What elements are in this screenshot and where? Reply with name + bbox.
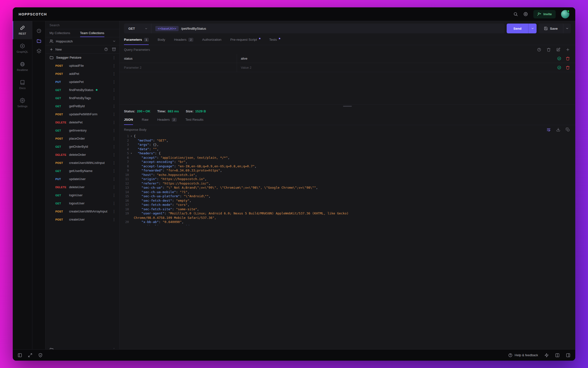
collections-search-input[interactable] [49, 23, 116, 27]
param-key-input[interactable]: status [120, 57, 237, 60]
param-delete-trash-icon[interactable] [566, 56, 570, 61]
request-menu-icon[interactable]: ⋮ [112, 193, 116, 197]
method-select[interactable]: GET [124, 24, 151, 33]
request-menu-icon[interactable]: ⋮ [112, 161, 116, 165]
response-body-editor[interactable]: 1▾{2 "method": "GET",3 "args": {},4 "dat… [120, 134, 575, 225]
request-item[interactable]: GETloginUser⋮ [46, 191, 119, 199]
request-menu-icon[interactable]: ⋮ [112, 96, 116, 100]
request-item[interactable]: GETfindPetsByStatus⋮ [46, 86, 119, 94]
help-circle-icon[interactable] [104, 47, 108, 51]
tab-prerequest-script[interactable]: Pre-request Script [230, 35, 260, 45]
save-button[interactable]: Save [539, 24, 571, 33]
request-menu-icon[interactable]: ⋮ [112, 72, 116, 76]
panel-left-toggle-icon[interactable] [18, 353, 22, 357]
request-item[interactable]: POSTplaceOrder⋮ [46, 134, 119, 143]
request-item[interactable]: DELETEdeleteUser⋮ [46, 183, 119, 191]
request-item[interactable]: GETfindPetsByTags⋮ [46, 94, 119, 102]
request-item[interactable]: POSTcreateUsersWithListInput⋮ [46, 159, 119, 167]
request-item[interactable]: GETgetOrderById⋮ [46, 143, 119, 151]
sidebar-item-settings[interactable]: Settings [13, 94, 32, 112]
save-options-chevron[interactable] [563, 24, 571, 33]
fold-arrow-icon[interactable]: ▾ [129, 151, 134, 156]
request-item[interactable]: DELETEdeletePet⋮ [46, 118, 119, 126]
param-delete-trash-icon[interactable] [566, 66, 570, 70]
fold-arrow-icon[interactable]: ▾ [129, 134, 134, 138]
download-icon[interactable] [556, 128, 560, 132]
request-menu-icon[interactable]: ⋮ [112, 137, 116, 140]
request-item[interactable]: PUTupdateUser⋮ [46, 175, 119, 183]
help-feedback-button[interactable]: Help & feedback [508, 353, 538, 357]
request-item[interactable]: GETlogoutUser⋮ [46, 199, 119, 207]
tab-tests[interactable]: Tests [269, 35, 281, 45]
tab-my-collections[interactable]: My Collections [49, 29, 70, 37]
sidebar-item-realtime[interactable]: Realtime [13, 57, 32, 76]
sidebar-item-rest[interactable]: REST [13, 21, 32, 39]
tab-test-results[interactable]: Test Results [185, 115, 204, 125]
help-circle-icon[interactable] [537, 48, 541, 52]
delete-all-trash-icon[interactable] [547, 48, 551, 52]
request-menu-icon[interactable]: ⋮ [112, 104, 116, 108]
request-menu-icon[interactable]: ⋮ [112, 120, 116, 124]
add-parameter-icon[interactable] [566, 48, 570, 52]
clipped-collection-folder[interactable]: ⋮ [46, 345, 119, 349]
param-key-input[interactable]: Parameter 2 [120, 66, 237, 69]
request-menu-icon[interactable]: ⋮ [112, 210, 116, 213]
collection-menu-icon[interactable]: ⋮ [112, 56, 116, 59]
request-menu-icon[interactable]: ⋮ [112, 185, 116, 189]
tab-json[interactable]: JSON [124, 115, 133, 125]
panel-right-toggle-icon[interactable] [566, 353, 570, 357]
tab-response-headers[interactable]: Headers 2 [157, 115, 177, 125]
request-item[interactable]: POSTuploadFile⋮ [46, 62, 119, 70]
search-icon[interactable] [513, 12, 518, 16]
request-menu-icon[interactable]: ⋮ [112, 177, 116, 181]
shortcuts-expand-icon[interactable] [28, 353, 32, 357]
request-menu-icon[interactable]: ⋮ [112, 201, 116, 205]
collection-menu-icon[interactable]: ⋮ [112, 348, 116, 349]
new-collection-label[interactable]: New [55, 48, 62, 51]
tab-body[interactable]: Body [158, 35, 165, 45]
param-value-input[interactable]: alive [237, 54, 550, 63]
invite-button[interactable]: Invite [533, 10, 556, 18]
bulk-edit-icon[interactable] [556, 48, 560, 52]
request-menu-icon[interactable]: ⋮ [112, 112, 116, 116]
param-enabled-check-icon[interactable] [557, 66, 561, 70]
param-enabled-check-icon[interactable] [557, 56, 561, 61]
request-menu-icon[interactable]: ⋮ [112, 169, 116, 173]
request-menu-icon[interactable]: ⋮ [112, 88, 116, 92]
tab-authorization[interactable]: Authorization [202, 35, 221, 45]
request-menu-icon[interactable]: ⋮ [112, 153, 116, 157]
request-item[interactable]: POSTcreateUser⋮ [46, 215, 119, 223]
team-selector[interactable]: Hoppscotch [46, 37, 119, 45]
avatar[interactable] [561, 10, 569, 18]
interceptor-shield-icon[interactable] [38, 353, 43, 357]
tab-headers[interactable]: Headers 2 [174, 35, 193, 45]
request-item[interactable]: POSTaddPet⋮ [46, 70, 119, 78]
import-export-archive-icon[interactable] [112, 47, 116, 51]
tab-parameters[interactable]: Parameters 1 [124, 35, 149, 45]
request-item[interactable]: GETgetPetById⋮ [46, 102, 119, 110]
plus-icon[interactable] [49, 48, 53, 51]
send-button[interactable]: Send [507, 24, 537, 33]
copy-icon[interactable] [566, 128, 570, 132]
request-menu-icon[interactable]: ⋮ [112, 64, 116, 67]
environments-layers-icon[interactable] [37, 49, 41, 53]
request-menu-icon[interactable]: ⋮ [112, 218, 116, 221]
request-menu-icon[interactable]: ⋮ [112, 145, 116, 148]
request-item[interactable]: POSTcreateUsersWithArrayInput⋮ [46, 207, 119, 215]
zap-icon[interactable] [544, 353, 549, 357]
history-clock-icon[interactable] [37, 28, 41, 33]
pane-resize-handle[interactable] [343, 106, 352, 107]
tab-team-collections[interactable]: Team Collections [80, 29, 104, 37]
param-value-input[interactable]: Value 2 [237, 63, 550, 72]
tab-raw[interactable]: Raw [142, 115, 148, 125]
wrap-lines-icon[interactable] [547, 128, 551, 132]
request-menu-icon[interactable]: ⋮ [112, 129, 116, 132]
sidebar-item-docs[interactable]: Docs [13, 76, 32, 94]
request-item[interactable]: PUTupdatePet⋮ [46, 78, 119, 86]
request-item[interactable]: GETgetUserByName⋮ [46, 167, 119, 175]
split-columns-icon[interactable] [555, 353, 560, 357]
sidebar-item-graphql[interactable]: GraphQL [13, 39, 32, 57]
url-input[interactable]: <<baseUrl>> /pet/findByStatus [151, 24, 505, 33]
request-item[interactable]: POSTupdatePetWithForm⋮ [46, 110, 119, 118]
request-menu-icon[interactable]: ⋮ [112, 80, 116, 84]
